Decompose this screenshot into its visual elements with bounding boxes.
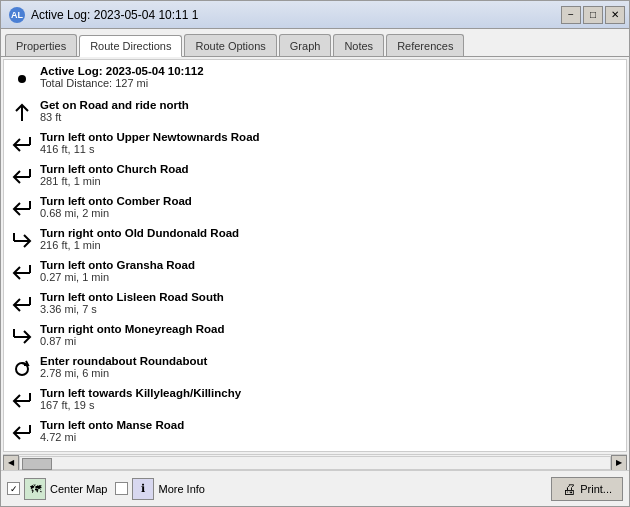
header-item: Active Log: 2023-05-04 10:112 Total Dist…: [8, 64, 622, 94]
tab-route-options[interactable]: Route Options: [184, 34, 276, 56]
step-9-main: Enter roundabout Roundabout: [40, 355, 622, 367]
right-arrow-icon: [8, 227, 36, 255]
roundabout-icon: [8, 355, 36, 383]
tab-graph[interactable]: Graph: [279, 34, 332, 56]
step-9-text: Enter roundabout Roundabout 2.78 mi, 6 m…: [40, 355, 622, 379]
step-1-main: Get on Road and ride north: [40, 99, 622, 111]
list-item: Turn left onto Manse Road 4.72 mi: [8, 418, 622, 448]
right-arrow-icon: [8, 323, 36, 351]
step-11-sub: 4.72 mi: [40, 431, 622, 443]
scrollbar-thumb[interactable]: [22, 458, 52, 470]
center-map-item: ✓ 🗺 Center Map: [7, 478, 107, 500]
tab-references[interactable]: References: [386, 34, 464, 56]
step-4-main: Turn left onto Comber Road: [40, 195, 622, 207]
main-window: AL Active Log: 2023-05-04 10:11 1 − □ ✕ …: [0, 0, 630, 507]
left-arrow-icon: [8, 291, 36, 319]
scroll-right-button[interactable]: ▶: [611, 455, 627, 471]
step-5-main: Turn right onto Old Dundonald Road: [40, 227, 622, 239]
list-item: Turn left onto Comber Road 0.68 mi, 2 mi…: [8, 194, 622, 224]
step-10-main: Turn left towards Killyleagh/Killinchy: [40, 387, 622, 399]
step-7-sub: 3.36 mi, 7 s: [40, 303, 622, 315]
step-8-sub: 0.87 mi: [40, 335, 622, 347]
step-3-main: Turn left onto Church Road: [40, 163, 622, 175]
scrollbar-track[interactable]: [19, 456, 611, 470]
list-item: Enter roundabout Roundabout 2.78 mi, 6 m…: [8, 354, 622, 384]
step-6-text: Turn left onto Gransha Road 0.27 mi, 1 m…: [40, 259, 622, 283]
step-5-text: Turn right onto Old Dundonald Road 216 f…: [40, 227, 622, 251]
list-item: Keep left onto Clea Lough Road 0.94 mi, …: [8, 450, 622, 451]
window-title: Active Log: 2023-05-04 10:11 1: [31, 8, 198, 22]
printer-icon: 🖨: [562, 481, 576, 497]
list-item: Turn left towards Killyleagh/Killinchy 1…: [8, 386, 622, 416]
print-button[interactable]: 🖨 Print...: [551, 477, 623, 501]
step-2-text: Turn left onto Upper Newtownards Road 41…: [40, 131, 622, 155]
step-10-sub: 167 ft, 19 s: [40, 399, 622, 411]
step-2-main: Turn left onto Upper Newtownards Road: [40, 131, 622, 143]
step-1-sub: 83 ft: [40, 111, 622, 123]
list-item: Turn left onto Lisleen Road South 3.36 m…: [8, 290, 622, 320]
step-7-text: Turn left onto Lisleen Road South 3.36 m…: [40, 291, 622, 315]
step-6-sub: 0.27 mi, 1 min: [40, 271, 622, 283]
title-controls: − □ ✕: [561, 6, 625, 24]
title-bar: AL Active Log: 2023-05-04 10:11 1 − □ ✕: [1, 1, 629, 29]
header-text: Active Log: 2023-05-04 10:112 Total Dist…: [40, 65, 622, 89]
left-arrow-icon: [8, 259, 36, 287]
center-map-checkbox[interactable]: ✓: [7, 482, 20, 495]
maximize-button[interactable]: □: [583, 6, 603, 24]
more-info-checkbox[interactable]: [115, 482, 128, 495]
step-9-sub: 2.78 mi, 6 min: [40, 367, 622, 379]
step-6-main: Turn left onto Gransha Road: [40, 259, 622, 271]
tabs-bar: PropertiesRoute DirectionsRoute OptionsG…: [1, 29, 629, 57]
window-icon: AL: [9, 7, 25, 23]
list-item: Turn right onto Moneyreagh Road 0.87 mi: [8, 322, 622, 352]
step-10-text: Turn left towards Killyleagh/Killinchy 1…: [40, 387, 622, 411]
tab-route-directions[interactable]: Route Directions: [79, 35, 182, 57]
step-11-text: Turn left onto Manse Road 4.72 mi: [40, 419, 622, 443]
map-icon: 🗺: [24, 478, 46, 500]
directions-panel: Active Log: 2023-05-04 10:112 Total Dist…: [3, 59, 627, 452]
scroll-left-button[interactable]: ◀: [3, 455, 19, 471]
list-item: Get on Road and ride north 83 ft: [8, 98, 622, 128]
horizontal-scrollbar[interactable]: ◀ ▶: [3, 454, 627, 470]
center-map-label: Center Map: [50, 483, 107, 495]
more-info-label: More Info: [158, 483, 204, 495]
step-2-sub: 416 ft, 11 s: [40, 143, 622, 155]
bottom-left: ✓ 🗺 Center Map ℹ More Info: [7, 478, 205, 500]
minimize-button[interactable]: −: [561, 6, 581, 24]
left-arrow-icon: [8, 163, 36, 191]
step-4-sub: 0.68 mi, 2 min: [40, 207, 622, 219]
step-3-sub: 281 ft, 1 min: [40, 175, 622, 187]
left-arrow-icon: [8, 195, 36, 223]
print-label: Print...: [580, 483, 612, 495]
total-distance: Total Distance: 127 mi: [40, 77, 622, 89]
tab-properties[interactable]: Properties: [5, 34, 77, 56]
step-7-main: Turn left onto Lisleen Road South: [40, 291, 622, 303]
list-item: Turn left onto Gransha Road 0.27 mi, 1 m…: [8, 258, 622, 288]
list-item: Turn left onto Church Road 281 ft, 1 min: [8, 162, 622, 192]
content-area: Active Log: 2023-05-04 10:112 Total Dist…: [1, 57, 629, 506]
step-8-text: Turn right onto Moneyreagh Road 0.87 mi: [40, 323, 622, 347]
step-4-text: Turn left onto Comber Road 0.68 mi, 2 mi…: [40, 195, 622, 219]
left-arrow-icon: [8, 387, 36, 415]
left-arrow-icon: [8, 131, 36, 159]
more-info-item: ℹ More Info: [115, 478, 204, 500]
tab-notes[interactable]: Notes: [333, 34, 384, 56]
step-11-main: Turn left onto Manse Road: [40, 419, 622, 431]
list-item: Turn right onto Old Dundonald Road 216 f…: [8, 226, 622, 256]
close-button[interactable]: ✕: [605, 6, 625, 24]
start-dot-icon: [8, 65, 36, 93]
step-5-sub: 216 ft, 1 min: [40, 239, 622, 251]
info-icon: ℹ: [132, 478, 154, 500]
step-8-main: Turn right onto Moneyreagh Road: [40, 323, 622, 335]
step-1-text: Get on Road and ride north 83 ft: [40, 99, 622, 123]
directions-list[interactable]: Active Log: 2023-05-04 10:112 Total Dist…: [4, 60, 626, 451]
title-bar-left: AL Active Log: 2023-05-04 10:11 1: [9, 7, 198, 23]
left-arrow-icon: [8, 419, 36, 447]
north-arrow-icon: [8, 99, 36, 127]
step-3-text: Turn left onto Church Road 281 ft, 1 min: [40, 163, 622, 187]
log-title: Active Log: 2023-05-04 10:112: [40, 65, 622, 77]
list-item: Turn left onto Upper Newtownards Road 41…: [8, 130, 622, 160]
bottom-bar: ✓ 🗺 Center Map ℹ More Info 🖨 Print...: [1, 470, 629, 506]
